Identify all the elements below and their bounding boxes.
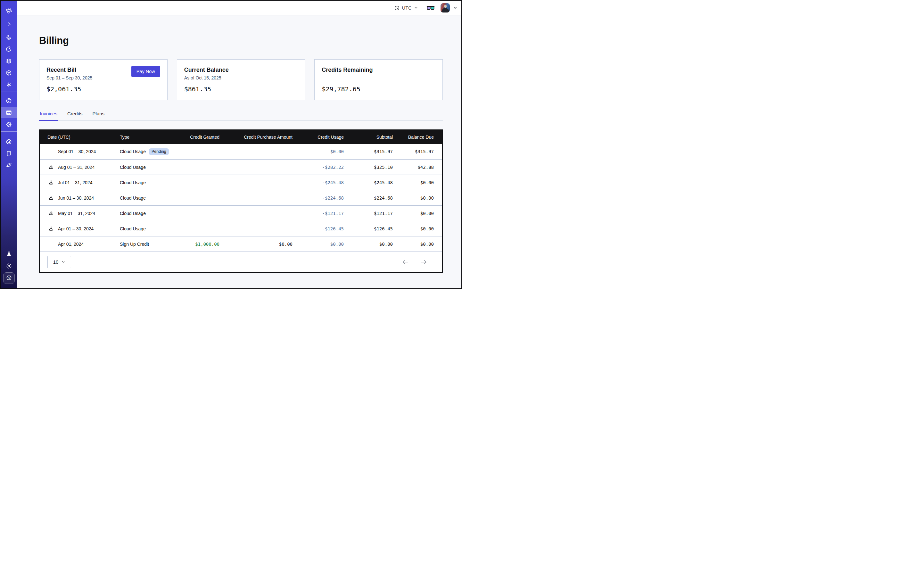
download-icon (49, 180, 54, 185)
cube-icon[interactable] (1, 67, 17, 78)
pay-now-button[interactable]: Pay Now (132, 66, 160, 77)
column-header-type: Type (120, 135, 181, 140)
arrow-left-icon (402, 258, 409, 266)
balance-due-value: $0.00 (393, 180, 443, 185)
invoice-type-cell: Cloud Usage (120, 165, 181, 170)
page-size-select[interactable]: 10 (47, 256, 71, 268)
column-header-subtotal: Subtotal (344, 135, 393, 140)
download-invoice-button[interactable] (49, 226, 54, 231)
column-header-credit-granted: Credit Granted (181, 135, 219, 140)
invoice-type: Cloud Usage (120, 165, 146, 170)
invoice-date: Sept 01 – 30, 2024 (58, 149, 96, 154)
card-subtitle: As of Oct 15, 2025 (184, 75, 298, 81)
timezone-selector[interactable]: UTC (394, 5, 418, 11)
invoice-date: Aug 01 – 31, 2024 (58, 165, 94, 170)
current-balance-card: Current Balance As of Oct 15, 2025 $861.… (177, 59, 305, 100)
invoice-date: Apr 01, 2024 (58, 242, 84, 247)
invoice-date-cell: Apr 01, 2024 (40, 242, 120, 247)
balance-due-value: $42.88 (393, 165, 443, 170)
download-invoice-button[interactable] (49, 164, 54, 170)
sidebar-divider (1, 92, 17, 92)
invoice-date-cell: May 01 – 31, 2024 (40, 211, 120, 216)
card-amount: $861.35 (184, 85, 298, 93)
clock-icon (394, 5, 400, 11)
gear-icon[interactable] (1, 119, 17, 130)
layers-icon[interactable] (1, 55, 17, 66)
billing-tabs: Invoices Credits Plans (39, 111, 443, 120)
status-badge: Pending (149, 148, 169, 155)
download-icon (49, 211, 54, 216)
credit-usage-value: $0.00 (292, 242, 344, 247)
credit-usage-value: -$126.45 (292, 226, 344, 231)
table-row: Aug 01 – 31, 2024Cloud Usage-$282.22$325… (40, 159, 442, 175)
invoice-type-cell: Cloud Usage (120, 226, 181, 231)
chevron-down-icon (414, 6, 418, 10)
chevron-down-icon (61, 260, 65, 264)
page-size-value: 10 (53, 259, 58, 265)
summary-cards: Recent Bill Sep 01 – Sep 30, 2025 $2,061… (39, 59, 443, 100)
credit-usage-value: -$224.68 (292, 195, 344, 201)
app-window: $ UTC (0, 0, 462, 289)
glasses-icon[interactable] (426, 5, 435, 11)
credit-card-icon (5, 109, 12, 116)
download-invoice-button[interactable] (49, 195, 54, 201)
svg-text:$: $ (8, 276, 10, 280)
subtotal-value: $325.10 (344, 165, 393, 170)
balance-due-value: $0.00 (393, 242, 443, 247)
timer-icon[interactable] (1, 44, 17, 54)
gauge-icon[interactable] (1, 95, 17, 106)
avatar[interactable] (440, 3, 450, 13)
card-title: Current Balance (184, 67, 298, 73)
table-header: Date (UTC) Type Credit Granted Credit Pu… (40, 130, 442, 144)
invoice-type: Cloud Usage (120, 211, 146, 216)
download-icon (49, 195, 54, 201)
dollar-badge-icon: $ (5, 274, 13, 282)
dollar-badge-button[interactable]: $ (3, 272, 15, 284)
invoice-type-cell: Cloud Usage (120, 195, 181, 201)
sun-icon[interactable] (1, 260, 17, 271)
subtotal-value: $0.00 (344, 242, 393, 247)
balance-due-value: $315.97 (393, 149, 443, 154)
download-invoice-button[interactable] (49, 180, 54, 185)
lifebuoy-icon[interactable] (1, 136, 17, 147)
expand-sidebar-button[interactable] (1, 19, 17, 30)
table-row: Sept 01 – 30, 2024Cloud UsagePending$0.0… (40, 144, 442, 159)
asterisk-icon[interactable] (1, 79, 17, 90)
invoice-date: Jun 01 – 30, 2024 (58, 195, 94, 201)
credit-granted-value: $1,000.00 (181, 242, 219, 247)
flask-icon[interactable] (1, 248, 17, 260)
timezone-label: UTC (402, 5, 412, 11)
pagination (402, 258, 427, 266)
invoice-date-cell: Aug 01 – 31, 2024 (40, 164, 120, 170)
credit-usage-value: $0.00 (292, 149, 344, 154)
credit-usage-value: -$282.22 (292, 165, 344, 170)
invoice-date: May 01 – 31, 2024 (58, 211, 95, 216)
column-header-date: Date (UTC) (40, 135, 120, 140)
card-amount: $2,061.35 (47, 85, 160, 93)
subtotal-value: $121.17 (344, 211, 393, 216)
rocket-icon[interactable] (1, 160, 17, 171)
tab-credits[interactable]: Credits (67, 111, 83, 120)
account-menu-chevron-icon[interactable] (453, 5, 458, 10)
credits-remaining-card: Credits Remaining $29,782.65 (314, 59, 443, 100)
table-footer: 10 (40, 252, 442, 272)
credit-usage-value: -$121.17 (292, 211, 344, 216)
invoice-date-cell: Apr 01 – 30, 2024 (40, 226, 120, 231)
credit-usage-value: -$245.48 (292, 180, 344, 185)
previous-page-button[interactable] (402, 258, 409, 266)
invoice-date-cell: Sept 01 – 30, 2024 (40, 149, 120, 154)
invoices-table: Date (UTC) Type Credit Granted Credit Pu… (39, 130, 443, 273)
invoice-type: Cloud Usage (120, 195, 146, 201)
book-sparkle-icon[interactable] (1, 148, 17, 159)
spiral-icon[interactable] (1, 32, 17, 42)
download-invoice-button[interactable] (49, 211, 54, 216)
subtotal-value: $315.97 (344, 149, 393, 154)
next-page-button[interactable] (421, 258, 427, 266)
sidebar-item-billing[interactable] (1, 107, 17, 118)
subtotal-value: $245.48 (344, 180, 393, 185)
balance-due-value: $0.00 (393, 226, 443, 231)
tab-plans[interactable]: Plans (92, 111, 106, 120)
tab-invoices[interactable]: Invoices (39, 111, 58, 120)
topbar: UTC (17, 1, 461, 15)
invoice-date: Jul 01 – 31, 2024 (58, 180, 92, 185)
